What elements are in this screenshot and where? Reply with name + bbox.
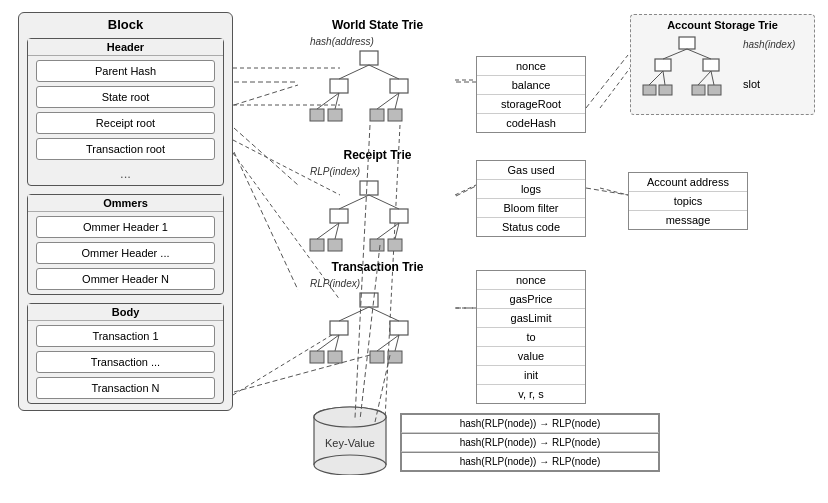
body-label: Body <box>28 304 223 321</box>
svg-line-35 <box>698 71 711 85</box>
svg-rect-25 <box>655 59 671 71</box>
svg-line-19 <box>369 65 399 79</box>
svg-rect-13 <box>390 79 408 93</box>
ommer-header-dots: Ommer Header ... <box>36 242 215 264</box>
world-nonce: nonce <box>477 57 585 76</box>
kv-row-1: hash(RLP(node)) → RLP(node) <box>401 414 659 433</box>
tx-init: init <box>477 366 585 385</box>
svg-line-72 <box>234 128 298 185</box>
svg-rect-43 <box>388 239 402 251</box>
receipt-logs: logs <box>477 180 585 199</box>
receipt-trie-title: Receipt Trie <box>300 148 455 162</box>
svg-line-18 <box>339 65 369 79</box>
svg-rect-41 <box>328 239 342 251</box>
transaction-trie-title: Transaction Trie <box>300 260 455 274</box>
svg-rect-51 <box>330 321 348 335</box>
world-code-hash: codeHash <box>477 114 585 132</box>
account-storage-title: Account Storage Trie <box>639 19 806 31</box>
receipt-status: Status code <box>477 218 585 236</box>
world-state-title: World State Trie <box>300 18 455 32</box>
receipt-trie: Receipt Trie RLP(index) <box>300 148 455 269</box>
transaction-trie-label: RLP(index) <box>310 278 455 289</box>
svg-rect-16 <box>370 109 384 121</box>
world-balance: balance <box>477 76 585 95</box>
svg-line-58 <box>369 307 399 321</box>
header-label: Header <box>28 39 223 56</box>
state-root-item: State root <box>36 86 215 108</box>
account-storage-svg <box>639 35 739 110</box>
svg-line-5 <box>455 185 476 195</box>
account-address: Account address <box>629 173 747 192</box>
world-storage-root: storageRoot <box>477 95 585 114</box>
header-dots: ... <box>28 164 223 185</box>
svg-line-44 <box>339 195 369 209</box>
transaction-n: Transaction N <box>36 377 215 399</box>
svg-line-34 <box>663 71 665 85</box>
receipt-bloom: Bloom filter <box>477 199 585 218</box>
account-topics: topics <box>629 192 747 211</box>
svg-rect-30 <box>708 85 721 95</box>
svg-line-32 <box>687 49 711 59</box>
tx-nonce: nonce <box>477 271 585 290</box>
ommers-section: Ommers Ommer Header 1 Ommer Header ... O… <box>27 194 224 295</box>
svg-line-78 <box>586 55 628 108</box>
svg-rect-11 <box>360 51 378 65</box>
account-address-box: Account address topics message <box>628 172 748 230</box>
svg-rect-39 <box>390 209 408 223</box>
svg-line-73 <box>234 152 298 290</box>
svg-rect-26 <box>703 59 719 71</box>
svg-line-79 <box>586 188 628 195</box>
receipt-gas-used: Gas used <box>477 161 585 180</box>
ommer-header-n: Ommer Header N <box>36 268 215 290</box>
transaction-info-box: nonce gasPrice gasLimit to value init v,… <box>476 270 586 404</box>
svg-rect-14 <box>310 109 324 121</box>
svg-rect-27 <box>643 85 656 95</box>
transaction-root-item: Transaction root <box>36 138 215 160</box>
account-storage-trie: Account Storage Trie hash(index) slot <box>630 14 815 115</box>
ommers-label: Ommers <box>28 195 223 212</box>
header-section: Header Parent Hash State root Receipt ro… <box>27 38 224 186</box>
tx-gas-limit: gasLimit <box>477 309 585 328</box>
world-state-info-box: nonce balance storageRoot codeHash <box>476 56 586 133</box>
svg-point-67 <box>314 455 386 475</box>
svg-rect-56 <box>388 351 402 363</box>
svg-line-33 <box>649 71 663 85</box>
receipt-info-box: Gas used logs Bloom filter Status code <box>476 160 586 237</box>
svg-line-57 <box>339 307 369 321</box>
svg-line-8 <box>600 188 628 195</box>
svg-rect-29 <box>692 85 705 95</box>
world-state-trie-svg <box>300 49 455 139</box>
svg-rect-55 <box>370 351 384 363</box>
kv-row-3: hash(RLP(node)) → RLP(node) <box>401 452 659 471</box>
svg-rect-28 <box>659 85 672 95</box>
svg-rect-24 <box>679 37 695 49</box>
svg-rect-40 <box>310 239 324 251</box>
svg-rect-38 <box>330 209 348 223</box>
account-storage-label: hash(index) <box>743 39 795 50</box>
block-panel: Block Header Parent Hash State root Rece… <box>18 12 233 411</box>
svg-rect-12 <box>330 79 348 93</box>
transaction-dots: Transaction ... <box>36 351 215 373</box>
receipt-trie-svg <box>300 179 455 269</box>
svg-line-36 <box>711 71 714 85</box>
kv-rows: hash(RLP(node)) → RLP(node) hash(RLP(nod… <box>400 413 660 472</box>
svg-rect-37 <box>360 181 378 195</box>
tx-vrs: v, r, s <box>477 385 585 403</box>
svg-rect-42 <box>370 239 384 251</box>
svg-rect-52 <box>390 321 408 335</box>
receipt-root-item: Receipt root <box>36 112 215 134</box>
svg-text:Key-Value: Key-Value <box>325 437 375 449</box>
account-storage-slot: slot <box>743 78 795 90</box>
account-message: message <box>629 211 747 229</box>
svg-line-31 <box>663 49 687 59</box>
svg-rect-15 <box>328 109 342 121</box>
body-section: Body Transaction 1 Transaction ... Trans… <box>27 303 224 404</box>
world-state-trie: World State Trie hash(address) <box>300 18 455 139</box>
ommer-header-1: Ommer Header 1 <box>36 216 215 238</box>
world-state-label: hash(address) <box>310 36 455 47</box>
svg-rect-54 <box>328 351 342 363</box>
svg-rect-53 <box>310 351 324 363</box>
svg-line-76 <box>456 186 476 196</box>
receipt-trie-label: RLP(index) <box>310 166 455 177</box>
transaction-trie-svg <box>300 291 455 381</box>
